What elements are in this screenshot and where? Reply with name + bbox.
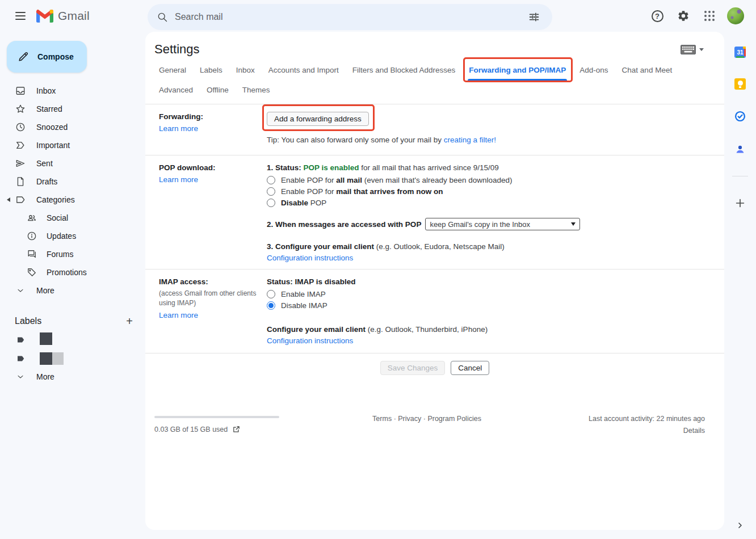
pop-when-label: 2. When messages are accessed with POP — [267, 220, 421, 229]
inbox-icon — [15, 85, 26, 96]
tab-general[interactable]: General — [159, 66, 186, 74]
tab-advanced[interactable]: Advanced — [159, 86, 193, 94]
terms-link[interactable]: Terms — [372, 415, 392, 423]
tab-accounts-and-import[interactable]: Accounts and Import — [268, 66, 339, 74]
star-icon — [15, 103, 26, 115]
cancel-button[interactable]: Cancel — [451, 361, 489, 375]
sidebar-item-forums[interactable]: Forums — [0, 245, 145, 263]
settings-tabs-row1: General Labels Inbox Accounts and Import… — [145, 66, 724, 74]
gmail-logo[interactable]: Gmail — [36, 9, 90, 23]
compose-button[interactable]: Compose — [7, 41, 87, 73]
avatar — [727, 7, 744, 24]
gmail-m-icon — [36, 10, 53, 23]
creating-a-filter-link[interactable]: creating a filter! — [444, 136, 496, 144]
radio-pop-disable[interactable] — [267, 199, 275, 207]
chevron-down-icon — [16, 372, 25, 381]
add-forwarding-address-button[interactable]: Add a forwarding address — [267, 112, 369, 126]
sidebar-item-snoozed[interactable]: Snoozed — [0, 118, 145, 136]
settings-button[interactable] — [672, 5, 695, 27]
calendar-app-button[interactable]: 31 — [734, 47, 746, 58]
pop-configuration-instructions-link[interactable]: Configuration instructions — [267, 254, 353, 262]
program-policies-link[interactable]: Program Policies — [427, 415, 481, 423]
hide-side-panel-button[interactable] — [736, 521, 745, 532]
label-icon — [15, 194, 26, 205]
send-icon — [15, 158, 26, 169]
radio-pop-all-mail[interactable] — [267, 176, 275, 184]
help-button[interactable]: ? — [646, 5, 669, 27]
sidebar-item-label: Important — [36, 141, 70, 150]
sidebar-item-updates[interactable]: Updates — [0, 227, 145, 245]
add-label-icon[interactable]: + — [126, 315, 133, 327]
radio-disable-imap[interactable] — [267, 301, 275, 310]
tab-chat-and-meet[interactable]: Chat and Meet — [622, 66, 673, 74]
tab-labels[interactable]: Labels — [200, 66, 222, 74]
apps-grid-button[interactable] — [698, 5, 721, 27]
imap-option-disable: Disable IMAP — [267, 300, 711, 311]
settings-footer: 0.03 GB of 15 GB used Terms · Privacy · … — [145, 411, 724, 435]
search-icon[interactable] — [157, 11, 168, 23]
search-input[interactable] — [175, 12, 523, 22]
privacy-link[interactable]: Privacy — [398, 415, 421, 423]
forwarding-tip: Tip: You can also forward only some of y… — [267, 135, 711, 145]
search-options-icon[interactable] — [523, 6, 545, 28]
right-side-panel: 31 — [724, 32, 756, 539]
input-tools-selector[interactable] — [681, 45, 704, 54]
search-bar[interactable] — [148, 4, 552, 30]
pop-learn-more-link[interactable]: Learn more — [159, 175, 198, 184]
label-row-redacted-2[interactable] — [0, 349, 145, 368]
radio-pop-from-now-on[interactable] — [267, 187, 275, 196]
redacted-label-text — [40, 352, 52, 365]
apps-grid-icon — [704, 11, 715, 21]
radio-enable-imap[interactable] — [267, 290, 275, 298]
open-in-new-icon[interactable] — [232, 425, 241, 433]
tab-filters-and-blocked-addresses[interactable]: Filters and Blocked Addresses — [352, 66, 456, 74]
settings-tabs-row2: Advanced Offline Themes — [145, 86, 724, 94]
tab-offline[interactable]: Offline — [207, 86, 229, 94]
sidebar-item-promotions[interactable]: Promotions — [0, 263, 145, 281]
forwarding-label: Forwarding: — [159, 112, 203, 121]
sidebar-labels-more[interactable]: More — [0, 368, 145, 386]
save-changes-button[interactable]: Save Changes — [380, 361, 446, 375]
forum-icon — [26, 249, 37, 260]
sidebar-item-starred[interactable]: Starred — [0, 100, 145, 118]
storage-usage-text: 0.03 GB of 15 GB used — [154, 426, 228, 433]
tab-forwarding-and-pop-imap[interactable]: Forwarding and POP/IMAP — [469, 66, 566, 74]
forwarding-section: Forwarding: Learn more Add a forwarding … — [145, 104, 724, 155]
keep-app-button[interactable] — [734, 78, 746, 90]
contacts-app-button[interactable] — [734, 143, 746, 155]
sidebar-item-inbox[interactable]: Inbox — [0, 82, 145, 100]
account-button[interactable] — [724, 5, 747, 27]
forwarding-learn-more-link[interactable]: Learn more — [159, 124, 198, 133]
tab-themes[interactable]: Themes — [242, 86, 270, 94]
pencil-icon — [17, 50, 30, 63]
sidebar-item-label: More — [36, 286, 54, 295]
label-row-redacted-1[interactable] — [0, 330, 145, 349]
draft-icon — [15, 176, 26, 187]
sidebar-item-social[interactable]: Social — [0, 209, 145, 227]
clock-icon — [15, 121, 26, 133]
imap-configuration-instructions-link[interactable]: Configuration instructions — [267, 336, 353, 345]
chevron-down-icon — [699, 48, 704, 51]
topbar-actions: ? — [646, 5, 747, 27]
tab-inbox[interactable]: Inbox — [236, 66, 255, 74]
get-add-ons-button[interactable] — [734, 197, 746, 209]
pop-download-label: POP download: — [159, 163, 216, 172]
sidebar-item-label: Drafts — [36, 177, 57, 186]
topbar: Gmail ? — [0, 0, 756, 32]
sidebar-item-sent[interactable]: Sent — [0, 154, 145, 172]
sidebar-item-categories[interactable]: Categories — [0, 191, 145, 209]
sidebar-item-important[interactable]: Important — [0, 136, 145, 154]
sidebar-item-more[interactable]: More — [0, 281, 145, 300]
imap-learn-more-link[interactable]: Learn more — [159, 310, 198, 320]
calendar-icon: 31 — [734, 47, 746, 58]
chevron-down-icon — [16, 286, 25, 295]
legal-links: Terms · Privacy · Program Policies — [296, 411, 557, 435]
sidebar-item-drafts[interactable]: Drafts — [0, 172, 145, 191]
collapse-arrow-icon[interactable] — [7, 197, 10, 202]
sidebar-item-label: Inbox — [36, 86, 56, 95]
tab-add-ons[interactable]: Add-ons — [579, 66, 608, 74]
activity-details-link[interactable]: Details — [557, 427, 705, 435]
main-menu-icon[interactable] — [9, 5, 32, 27]
tasks-app-button[interactable] — [734, 110, 746, 123]
pop-behavior-select[interactable]: keep Gmail's copy in the Inbox — [425, 218, 580, 230]
